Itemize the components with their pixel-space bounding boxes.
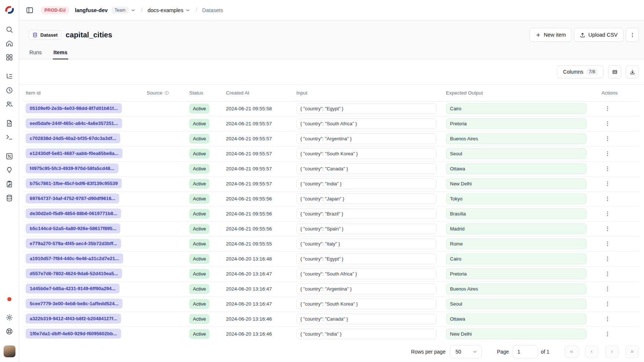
item-id-link[interactable]: e779a270-579a-4f45-aec4-35b72d3bff... (26, 239, 121, 248)
last-page-button[interactable]: » (625, 346, 639, 358)
terminal-icon[interactable] (5, 133, 14, 141)
expected-output-cell[interactable]: Cairo (446, 254, 586, 264)
expected-output-cell[interactable]: Seoul (446, 148, 586, 159)
row-actions-button[interactable] (602, 329, 612, 339)
input-cell[interactable]: { "country": "South Africa" } (296, 118, 436, 129)
input-cell[interactable]: { "country": "South Korea" } (296, 299, 436, 309)
row-actions-button[interactable] (602, 239, 612, 249)
clock-icon[interactable] (5, 86, 14, 95)
item-id-link[interactable]: a1910d57-7f84-440c-9e46-a31c2d7e21... (26, 254, 123, 263)
prev-page-button[interactable]: ‹ (585, 346, 599, 358)
row-actions-button[interactable] (602, 104, 612, 114)
row-height-button[interactable] (608, 65, 621, 78)
project-chevron-down-icon[interactable] (185, 8, 190, 13)
input-cell[interactable]: { "country": "Argentina" } (296, 133, 436, 144)
columns-button[interactable]: Columns 7/8 (557, 65, 604, 78)
expected-output-cell[interactable]: Brasília (446, 208, 586, 219)
item-id-link[interactable]: f4975c95-5fc3-4939-970d-58fa5cd48... (26, 163, 118, 173)
home-icon[interactable] (5, 39, 14, 48)
next-page-button[interactable]: › (605, 346, 619, 358)
item-id-link[interactable]: eed5dafe-244f-465c-a84c-4a6e357251... (26, 118, 122, 128)
source-cell (144, 161, 186, 176)
row-actions-button[interactable] (602, 284, 612, 294)
rows-per-page-select[interactable]: 50 (450, 345, 482, 358)
row-actions-button[interactable] (602, 194, 612, 204)
tab-runs[interactable]: Runs (29, 47, 43, 59)
item-id-link[interactable]: b5c144cd-52a5-4a80-926e-58617f895... (26, 224, 120, 233)
database-icon[interactable] (5, 193, 14, 202)
row-actions-button[interactable] (602, 134, 612, 144)
input-cell[interactable]: { "country": "South Africa" } (296, 269, 436, 279)
input-cell[interactable]: { "country": "Argentina" } (296, 284, 436, 294)
item-id-link[interactable]: 1d45b0e7-b85a-4231-9149-6ff90a294... (26, 284, 120, 293)
input-cell[interactable]: { "country": "India" } (296, 178, 436, 189)
expected-output-cell[interactable]: Cairo (446, 103, 586, 114)
lightbulb-icon[interactable] (5, 166, 14, 174)
input-cell[interactable]: { "country": "South Korea" } (296, 148, 436, 159)
users-icon[interactable] (5, 100, 14, 108)
tab-items[interactable]: Items (53, 47, 68, 59)
input-cell[interactable]: { "country": "Egypt" } (296, 103, 436, 114)
org-chevron-down-icon[interactable] (131, 8, 136, 13)
datasets-crumb[interactable]: Datasets (202, 7, 223, 13)
item-id-link[interactable]: 5cee7779-3e00-4eb8-be8c-1affedd524... (26, 299, 122, 309)
expected-output-cell[interactable]: Ottawa (446, 163, 586, 174)
expected-output-cell[interactable]: Pretoria (446, 269, 586, 279)
lifebuoy-icon[interactable] (5, 327, 14, 336)
input-cell[interactable]: { "country": "Egypt" } (296, 254, 436, 264)
org-name[interactable]: langfuse-dev (75, 7, 107, 13)
row-actions-button[interactable] (602, 224, 612, 234)
upload-csv-button[interactable]: Upload CSV (574, 28, 623, 42)
row-actions-button[interactable] (602, 179, 612, 189)
item-id-link[interactable]: a322b319-9412-4f43-b8f2-b20484127f... (26, 314, 121, 324)
expected-output-cell[interactable]: Seoul (446, 299, 586, 309)
item-id-link[interactable]: b75c7861-1fbe-45cf-bdf6-83f139c95539 (26, 178, 122, 188)
expected-output-cell[interactable]: Buenos Aires (446, 133, 586, 144)
row-actions-button[interactable] (602, 314, 612, 324)
clipboard-pen-icon[interactable] (5, 180, 14, 188)
expected-output-cell[interactable]: Ottawa (446, 314, 586, 324)
item-id-link[interactable]: d557e7d6-7802-4624-9da6-52d410ea5... (26, 269, 122, 278)
sidebar-toggle-icon[interactable] (25, 5, 34, 15)
row-actions-button[interactable] (602, 269, 612, 279)
list-tree-icon[interactable] (5, 72, 14, 81)
input-cell[interactable]: { "country": "Italy" } (296, 239, 436, 249)
page-actions-menu-button[interactable] (626, 28, 639, 42)
new-item-button[interactable]: New item (530, 28, 572, 42)
page-number-input[interactable] (513, 345, 538, 358)
item-id-link[interactable]: 69764737-34af-4752-9787-d90df9616... (26, 193, 119, 203)
grid-icon[interactable] (5, 53, 14, 62)
expected-output-cell[interactable]: Pretoria (446, 118, 586, 129)
input-cell[interactable]: { "country": "Japan" } (296, 193, 436, 204)
item-id-link[interactable]: 1f0e7da1-dbff-4e60-929d-f6095602bb... (26, 329, 121, 339)
input-cell[interactable]: { "country": "Spain" } (296, 224, 436, 234)
file-code-icon[interactable] (5, 119, 14, 128)
item-id-link[interactable]: 05109ef0-2e3b-4e03-98dd-8f7d01b61f... (26, 103, 122, 113)
expected-output-cell[interactable]: Tokyo (446, 193, 586, 204)
project-name[interactable]: docs-examples (147, 7, 183, 13)
row-actions-button[interactable] (602, 164, 612, 174)
input-cell[interactable]: { "country": "Canada" } (296, 314, 436, 324)
item-id-link[interactable]: e12430df-5e81-4687-aabb-f0ea65be8a... (26, 148, 122, 158)
expected-output-cell[interactable]: Rome (446, 239, 586, 249)
item-id-link[interactable]: de30d2e0-f5d9-4854-88b6-0619771b8... (26, 208, 121, 218)
item-id-link[interactable]: c702838d-24d5-40a2-bf35-67dc3a3df... (26, 133, 120, 143)
expected-output-cell[interactable]: New Delhi (446, 329, 586, 339)
row-actions-button[interactable] (602, 149, 612, 159)
search-icon[interactable] (5, 25, 14, 34)
input-cell[interactable]: { "country": "India" } (296, 329, 436, 339)
gear-icon[interactable] (5, 313, 14, 322)
row-actions-button[interactable] (602, 254, 612, 264)
expected-output-cell[interactable]: New Delhi (446, 178, 586, 189)
row-actions-button[interactable] (602, 299, 612, 309)
row-actions-button[interactable] (602, 119, 612, 129)
row-actions-button[interactable] (602, 209, 612, 219)
expected-output-cell[interactable]: Buenos Aires (446, 284, 586, 294)
expected-output-cell[interactable]: Madrid (446, 224, 586, 234)
first-page-button[interactable]: « (565, 346, 578, 358)
export-button[interactable] (626, 65, 639, 78)
percent-square-icon[interactable] (5, 152, 14, 160)
user-avatar[interactable] (3, 345, 16, 358)
input-cell[interactable]: { "country": "Brazil" } (296, 208, 436, 219)
input-cell[interactable]: { "country": "Canada" } (296, 163, 436, 174)
